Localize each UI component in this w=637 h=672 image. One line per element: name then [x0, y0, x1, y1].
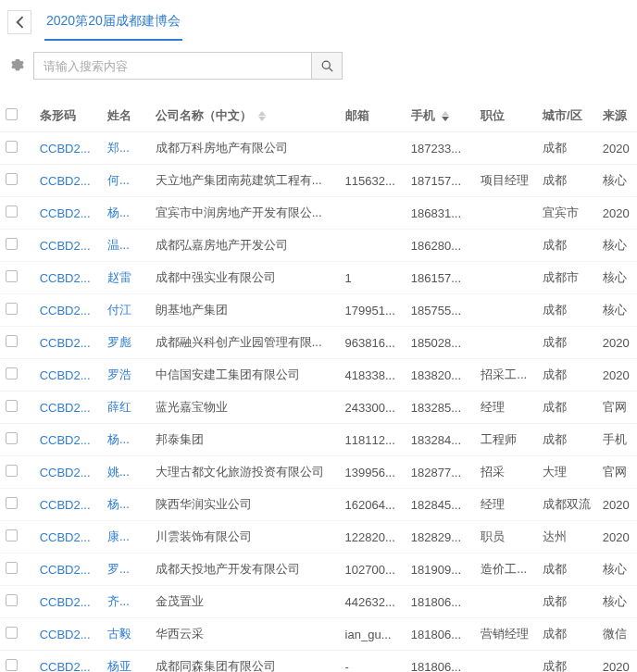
- table-row[interactable]: CCBD2...罗浩中信国安建工集团有限公司418338...183820...…: [0, 359, 637, 392]
- cell-barcode[interactable]: CCBD2...: [34, 197, 102, 230]
- cell-name[interactable]: 姚...: [102, 456, 150, 489]
- cell-name[interactable]: 杨...: [102, 197, 150, 230]
- cell-email: 102700...: [340, 554, 406, 586]
- cell-name[interactable]: 杨亚: [102, 651, 150, 673]
- cell-email: 139956...: [340, 456, 406, 489]
- cell-barcode[interactable]: CCBD2...: [34, 651, 102, 673]
- cell-city: 成都: [537, 554, 597, 586]
- cell-name[interactable]: 何...: [102, 165, 150, 197]
- cell-position: 营销经理: [475, 618, 537, 651]
- search-button[interactable]: [311, 52, 343, 80]
- cell-barcode[interactable]: CCBD2...: [34, 424, 102, 456]
- cell-phone: 182877...: [406, 456, 475, 489]
- cell-name[interactable]: 罗...: [102, 554, 150, 586]
- table-row[interactable]: CCBD2...薛红蓝光嘉宝物业243300...183285...经理成都官网: [0, 392, 637, 424]
- row-checkbox[interactable]: [6, 627, 18, 639]
- cell-city: 达州: [537, 521, 597, 554]
- cell-source: 核心: [597, 586, 637, 618]
- table-row[interactable]: CCBD2...古毅华西云采ian_gu...181806...营销经理成都微信: [0, 618, 637, 651]
- cell-name[interactable]: 罗彪: [102, 327, 150, 359]
- table-row[interactable]: CCBD2...姚...大理古都文化旅游投资有限公司139956...18287…: [0, 456, 637, 489]
- table-row[interactable]: CCBD2...杨...邦泰集团118112...183284...工程师成都手…: [0, 424, 637, 456]
- table-row[interactable]: CCBD2...齐...金茂置业442632...181806...成都核心: [0, 586, 637, 618]
- col-source[interactable]: 来源: [597, 100, 637, 132]
- cell-name[interactable]: 温...: [102, 230, 150, 262]
- row-checkbox[interactable]: [6, 205, 18, 218]
- row-checkbox[interactable]: [6, 141, 18, 153]
- table-row[interactable]: CCBD2...何...天立地产集团南苑建筑工程有...115632...187…: [0, 165, 637, 197]
- cell-phone: 186157...: [406, 262, 475, 294]
- row-checkbox[interactable]: [6, 400, 18, 412]
- row-checkbox[interactable]: [6, 659, 18, 671]
- cell-name[interactable]: 杨...: [102, 424, 150, 456]
- row-checkbox[interactable]: [6, 562, 18, 574]
- cell-barcode[interactable]: CCBD2...: [34, 618, 102, 651]
- row-checkbox[interactable]: [6, 497, 18, 509]
- select-all-checkbox[interactable]: [6, 108, 18, 120]
- cell-barcode[interactable]: CCBD2...: [34, 521, 102, 554]
- cell-name[interactable]: 付江: [102, 294, 150, 327]
- cell-name[interactable]: 杨...: [102, 489, 150, 521]
- cell-barcode[interactable]: CCBD2...: [34, 359, 102, 392]
- cell-barcode[interactable]: CCBD2...: [34, 586, 102, 618]
- cell-company: 大理古都文化旅游投资有限公司: [150, 456, 340, 489]
- cell-name[interactable]: 齐...: [102, 586, 150, 618]
- row-checkbox[interactable]: [6, 529, 18, 541]
- row-checkbox[interactable]: [6, 335, 18, 347]
- row-checkbox[interactable]: [6, 270, 18, 282]
- tab-active[interactable]: 2020第20届成都建博会: [44, 4, 182, 41]
- col-phone[interactable]: 手机: [406, 100, 475, 132]
- cell-barcode[interactable]: CCBD2...: [34, 554, 102, 586]
- table-row[interactable]: CCBD2...罗彪成都融兴科创产业园管理有限...963816...18502…: [0, 327, 637, 359]
- cell-barcode[interactable]: CCBD2...: [34, 262, 102, 294]
- table-row[interactable]: CCBD2...付江朗基地产集团179951...185755...成都核心: [0, 294, 637, 327]
- cell-city: 宜宾市: [537, 197, 597, 230]
- table-row[interactable]: CCBD2...郑...成都万科房地产有限公司187233...成都2020: [0, 132, 637, 165]
- table-row[interactable]: CCBD2...罗...成都天投地产开发有限公司102700...181909.…: [0, 554, 637, 586]
- cell-barcode[interactable]: CCBD2...: [34, 165, 102, 197]
- row-checkbox[interactable]: [6, 432, 18, 444]
- cell-name[interactable]: 罗浩: [102, 359, 150, 392]
- table-row[interactable]: CCBD2...赵雷成都中强实业有限公司1186157...成都市核心: [0, 262, 637, 294]
- col-company[interactable]: 公司名称（中文）: [150, 100, 340, 132]
- cell-barcode[interactable]: CCBD2...: [34, 230, 102, 262]
- col-name[interactable]: 姓名: [102, 100, 150, 132]
- table-row[interactable]: CCBD2...温...成都弘嘉房地产开发公司186280...成都核心: [0, 230, 637, 262]
- cell-name[interactable]: 郑...: [102, 132, 150, 165]
- row-checkbox[interactable]: [6, 594, 18, 606]
- row-checkbox[interactable]: [6, 465, 18, 477]
- row-checkbox[interactable]: [6, 238, 18, 250]
- table-row[interactable]: CCBD2...杨亚成都同森集团有限公司-181806...成都2020: [0, 651, 637, 673]
- cell-name[interactable]: 赵雷: [102, 262, 150, 294]
- col-barcode[interactable]: 条形码: [34, 100, 102, 132]
- svg-line-1: [329, 68, 332, 71]
- settings-button[interactable]: [7, 58, 28, 74]
- table-row[interactable]: CCBD2...杨...宜宾市中润房地产开发有限公...186831...宜宾市…: [0, 197, 637, 230]
- table-row[interactable]: CCBD2...杨...陕西华润实业公司162064...182845...经理…: [0, 489, 637, 521]
- cell-name[interactable]: 康...: [102, 521, 150, 554]
- cell-barcode[interactable]: CCBD2...: [34, 132, 102, 165]
- search-input[interactable]: [33, 52, 311, 80]
- col-position[interactable]: 职位: [475, 100, 537, 132]
- cell-name[interactable]: 古毅: [102, 618, 150, 651]
- col-email[interactable]: 邮箱: [340, 100, 406, 132]
- cell-position: [475, 294, 537, 327]
- cell-source: 核心: [597, 165, 637, 197]
- cell-barcode[interactable]: CCBD2...: [34, 392, 102, 424]
- cell-name[interactable]: 薛红: [102, 392, 150, 424]
- table-row[interactable]: CCBD2...康...川雲装饰有限公司122820...182829...职员…: [0, 521, 637, 554]
- data-table: 条形码 姓名 公司名称（中文） 邮箱 手机 职位 城市/区 来源 CCBD2..…: [0, 100, 637, 672]
- row-checkbox[interactable]: [6, 303, 18, 315]
- cell-barcode[interactable]: CCBD2...: [34, 456, 102, 489]
- cell-phone: 181909...: [406, 554, 475, 586]
- col-city[interactable]: 城市/区: [537, 100, 597, 132]
- cell-barcode[interactable]: CCBD2...: [34, 489, 102, 521]
- cell-barcode[interactable]: CCBD2...: [34, 294, 102, 327]
- cell-source: 核心: [597, 554, 637, 586]
- back-button[interactable]: [7, 10, 31, 34]
- row-checkbox[interactable]: [6, 367, 18, 380]
- cell-barcode[interactable]: CCBD2...: [34, 327, 102, 359]
- cell-email: 179951...: [340, 294, 406, 327]
- row-checkbox[interactable]: [6, 173, 18, 185]
- cell-email: 1: [340, 262, 406, 294]
